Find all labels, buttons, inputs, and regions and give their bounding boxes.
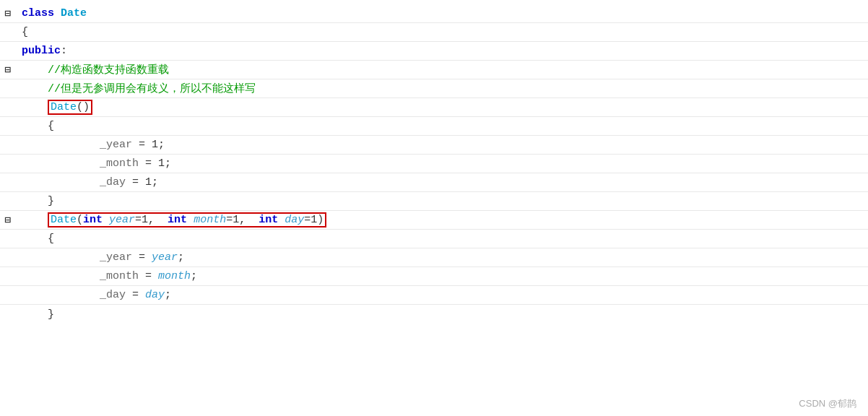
fold-button[interactable]: ⊟: [5, 7, 11, 20]
token-text-normal: =: [132, 251, 152, 264]
code-line: {: [0, 117, 868, 136]
code-line: //但是无参调用会有歧义，所以不能这样写: [0, 79, 868, 98]
token-var-name: _year: [100, 251, 132, 264]
token-punct: {: [22, 26, 28, 38]
token-kw-class: class: [22, 7, 54, 20]
code-text: public:: [16, 45, 868, 57]
code-editor: ⊟class Date{public:⊟ //构造函数支持函数重载 //但是无参…: [0, 0, 868, 416]
token-var-name: _month: [100, 157, 139, 170]
token-text-normal: =: [126, 289, 145, 301]
token-text-normal: ;: [191, 270, 197, 282]
code-text: _month = month;: [16, 270, 868, 282]
code-line: _year = 1;: [0, 136, 868, 155]
code-text: _day = day;: [16, 289, 868, 301]
token-var-name: _month: [100, 270, 139, 282]
code-text: {: [16, 233, 868, 245]
token-text-normal: = 1;: [139, 157, 171, 170]
code-line: }: [0, 305, 868, 324]
gutter-icon[interactable]: ⊟: [0, 64, 16, 76]
code-text: _day = 1;: [16, 176, 868, 188]
code-text: class Date: [16, 7, 868, 20]
token-param-name: day: [145, 289, 165, 301]
gutter-icon[interactable]: ⊟: [0, 214, 16, 226]
watermark-text: CSDN @郁鹊: [799, 397, 856, 410]
token-var-name: _day: [100, 289, 126, 301]
code-text: }: [16, 195, 868, 207]
code-line: public:: [0, 42, 868, 61]
token-comment: //构造函数支持函数重载: [48, 64, 169, 77]
token-punct: :: [61, 45, 67, 57]
code-line: _day = 1;: [0, 173, 868, 192]
token-var-name: _day: [100, 176, 126, 188]
token-text-normal: =: [139, 270, 158, 282]
token-text-normal: ;: [165, 289, 171, 301]
token-param-name: month: [158, 270, 191, 282]
code-line: ⊟ //构造函数支持函数重载: [0, 61, 868, 79]
token-text-normal: [54, 7, 61, 20]
code-text: }: [16, 308, 868, 321]
code-line: ⊟ Date(int year=1, int month=1, int day=…: [0, 211, 868, 230]
code-line: _year = year;: [0, 248, 868, 267]
fold-button[interactable]: ⊟: [5, 64, 11, 76]
token-param-name: year: [152, 251, 178, 264]
token-punct: {: [48, 120, 54, 132]
code-text: _year = 1;: [16, 139, 868, 151]
code-text: //构造函数支持函数重载: [16, 63, 868, 77]
code-text: _month = 1;: [16, 157, 868, 170]
code-text: Date(): [16, 100, 868, 115]
code-text: {: [16, 26, 868, 38]
gutter-icon[interactable]: ⊟: [0, 7, 16, 20]
token-punct: {: [48, 233, 54, 245]
token-punct: }: [48, 195, 54, 207]
code-text: Date(int year=1, int month=1, int day=1): [16, 212, 868, 228]
token-punct: }: [48, 308, 54, 321]
code-line: }: [0, 192, 868, 211]
token-kw-public: public: [22, 45, 61, 57]
token-var-name: _year: [100, 139, 132, 151]
code-line: _month = month;: [0, 267, 868, 286]
fold-button[interactable]: ⊟: [5, 214, 11, 226]
token-text-normal: ;: [178, 251, 184, 264]
code-line: {: [0, 230, 868, 248]
token-text-normal: = 1;: [132, 139, 165, 151]
token-kw-classname: Date: [61, 7, 87, 20]
code-line: ⊟class Date: [0, 4, 868, 23]
token-text-normal: = 1;: [126, 176, 158, 188]
code-line: _day = day;: [0, 286, 868, 305]
code-line: Date(): [0, 98, 868, 117]
code-text: //但是无参调用会有歧义，所以不能这样写: [16, 82, 868, 95]
code-text: _year = year;: [16, 251, 868, 264]
code-text: {: [16, 120, 868, 132]
code-line: _month = 1;: [0, 155, 868, 173]
code-line: {: [0, 23, 868, 42]
token-comment: //但是无参调用会有歧义，所以不能这样写: [48, 83, 256, 95]
